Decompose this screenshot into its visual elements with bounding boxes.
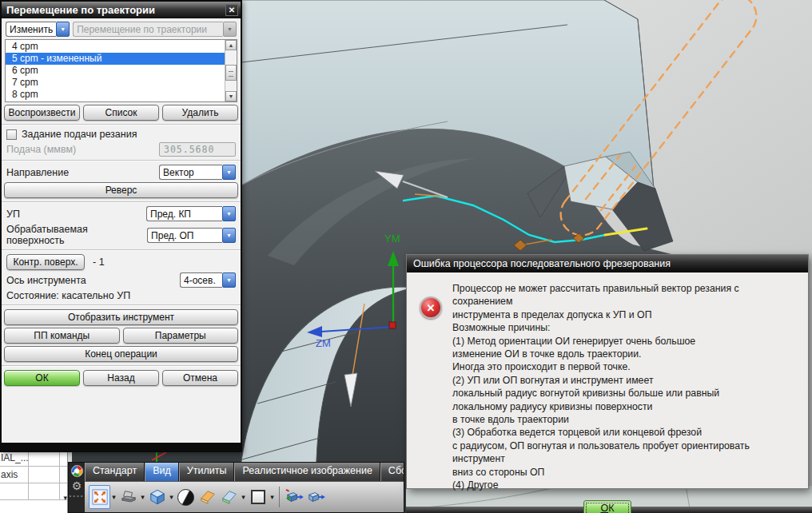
ok-button[interactable]: ОК	[4, 370, 80, 386]
direction-combo[interactable]: Вектор ▼	[159, 165, 236, 180]
error-dialog-title: Ошибка процессора последовательного фрез…	[413, 258, 671, 269]
fit-view-icon[interactable]	[89, 485, 110, 509]
error-line: Иногда это происходит в первой точке.	[452, 360, 802, 373]
dropdown-caret-icon[interactable]: ▾	[139, 493, 146, 501]
path-move-panel: Перемещение по траектории ✕ Изменить ▼ П…	[0, 0, 242, 452]
dropdown-caret-icon[interactable]: ▾	[240, 493, 247, 501]
toolbar-handle-column: ⚙ ••••	[69, 463, 85, 512]
error-line: с радиусом, ОП вогнутая и пользователь п…	[452, 439, 802, 466]
error-icon: ✕	[420, 296, 442, 319]
cutting-feed-checkbox[interactable]	[6, 129, 17, 140]
view-box-icon[interactable]	[247, 485, 269, 509]
table-row[interactable]: axis	[0, 467, 67, 483]
panel-title-bar[interactable]: Перемещение по траектории ✕	[2, 2, 241, 18]
tab-assemblies[interactable]: Сборки	[380, 463, 404, 481]
render-style-icon[interactable]	[175, 485, 197, 509]
move-face-icon[interactable]	[283, 485, 304, 509]
mode-combo-value: Изменить	[6, 22, 56, 37]
dropdown-caret-icon[interactable]: ▾	[269, 493, 276, 501]
table-row[interactable]: IAL_...	[0, 450, 67, 467]
clipped-section-icon[interactable]	[218, 485, 240, 509]
separator	[2, 124, 241, 125]
chevron-down-icon: ▼	[223, 22, 237, 37]
list-button[interactable]: Список	[83, 105, 159, 121]
operation-name-value: Перемещение по траектории	[73, 22, 223, 37]
isometric-view-icon[interactable]	[146, 485, 168, 509]
dropdown-caret-icon[interactable]: ▾	[63, 495, 67, 501]
parameters-button[interactable]: Параметры	[123, 328, 239, 344]
end-operation-button[interactable]: Конец операции	[4, 346, 238, 362]
error-line: в точке вдоль траектории	[452, 413, 802, 426]
drive-surface-combo[interactable]: Пред. КП ▼	[146, 206, 236, 221]
drag-handle-icon[interactable]: ••••	[69, 494, 84, 498]
section-plane-icon[interactable]	[197, 485, 218, 509]
workstation-icon[interactable]	[117, 485, 139, 509]
dropdown-caret-icon[interactable]: ▾	[168, 493, 175, 501]
list-item[interactable]: 7 cpm	[6, 77, 225, 89]
list-item[interactable]: 8 cpm	[6, 89, 225, 101]
error-line: (2) УП или ОП вогнутая и инструмент имее…	[452, 374, 802, 387]
error-message: Процессор не может рассчитать правильный…	[452, 282, 802, 492]
table-cell[interactable]	[29, 467, 60, 483]
list-item[interactable]: 6 cpm	[6, 65, 225, 77]
error-dialog-title-bar[interactable]: Ошибка процессора последовательного фрез…	[407, 255, 808, 272]
tab-utilities[interactable]: Утилиты	[179, 463, 235, 481]
toolbar-main: Стандарт Вид Утилиты Реалистичное изобра…	[85, 463, 404, 512]
dropdown-caret-icon[interactable]: ▾	[110, 493, 117, 501]
table-cell[interactable]	[0, 483, 29, 499]
nx-logo-icon[interactable]	[70, 464, 84, 478]
error-line: вниз со стороны ОП	[452, 466, 802, 479]
tool-axis-label: Ось инструмента	[6, 275, 86, 286]
playback-button[interactable]: Воспроизвести	[4, 105, 80, 121]
table-row[interactable]	[0, 483, 67, 500]
check-surface-count: - 1	[93, 256, 105, 268]
tab-view[interactable]: Вид	[145, 463, 179, 481]
part-surface-combo[interactable]: Пред. ОП ▼	[147, 228, 236, 243]
delete-button[interactable]: Удалить	[162, 105, 238, 121]
back-button[interactable]: Назад	[83, 370, 159, 386]
chevron-down-icon[interactable]: ▼	[222, 228, 236, 243]
toolbar-tabs: Стандарт Вид Утилиты Реалистичное изобра…	[85, 463, 404, 481]
table-cell[interactable]: axis	[0, 467, 29, 483]
list-item[interactable]: 4 cpm	[6, 41, 225, 53]
drive-surface-value: Пред. КП	[146, 206, 222, 221]
reverse-button[interactable]: Реверс	[4, 182, 238, 198]
display-tool-button[interactable]: Отобразить инструмент	[4, 309, 238, 325]
motion-listbox[interactable]: 4 cpm 5 cpm - измененный 6 cpm 7 cpm 8 c…	[5, 39, 237, 102]
tab-standard[interactable]: Стандарт	[85, 463, 145, 481]
scroll-up-icon[interactable]: ▲	[225, 40, 237, 50]
feed-value-field: 305.5680	[159, 142, 236, 157]
scroll-down-icon[interactable]: ▼	[225, 91, 237, 101]
mode-combo[interactable]: Изменить ▼	[6, 22, 70, 37]
panel-title: Перемещение по траектории	[6, 4, 155, 16]
part-surface-value: Пред. ОП	[147, 228, 222, 243]
tool-axis-combo[interactable]: 4-осев. ▼	[180, 272, 236, 288]
close-icon[interactable]: ✕	[225, 4, 238, 16]
list-scrollbar[interactable]: ▲ ▼	[225, 40, 237, 101]
list-item-selected[interactable]: 5 cpm - измененный	[6, 53, 225, 65]
table-cell[interactable]: IAL_...	[0, 450, 29, 466]
operation-navigator-fragment[interactable]: IAL_... axis ▾	[0, 450, 68, 513]
separator	[2, 160, 241, 161]
table-cell[interactable]	[29, 450, 60, 466]
chevron-down-icon[interactable]: ▼	[56, 22, 70, 37]
check-surface-button[interactable]: Контр. поверх.	[6, 254, 85, 270]
error-ok-button[interactable]: ОК	[583, 500, 631, 513]
error-line: Процессор не может рассчитать правильный…	[452, 282, 802, 308]
error-line: (4) Другое	[452, 479, 802, 491]
error-line: изменение ОИ в точке вдоль траектории.	[452, 348, 802, 360]
table-cell[interactable]	[29, 483, 60, 499]
cancel-button[interactable]: Отмена	[162, 370, 238, 386]
chevron-down-icon[interactable]: ▼	[222, 272, 236, 288]
scroll-thumb[interactable]	[225, 65, 237, 81]
gear-icon[interactable]: ⚙	[72, 480, 82, 491]
chevron-down-icon[interactable]: ▼	[222, 165, 236, 180]
offset-face-icon[interactable]	[304, 485, 326, 509]
toolbar-separator	[279, 487, 280, 507]
triad-origin	[389, 322, 396, 328]
pp-commands-button[interactable]: ПП команды	[4, 328, 120, 344]
chevron-down-icon[interactable]: ▼	[222, 206, 236, 221]
scroll-track[interactable]	[225, 50, 237, 91]
direction-label: Направление	[6, 167, 69, 178]
tab-realistic-image[interactable]: Реалистичное изображение	[234, 463, 380, 481]
